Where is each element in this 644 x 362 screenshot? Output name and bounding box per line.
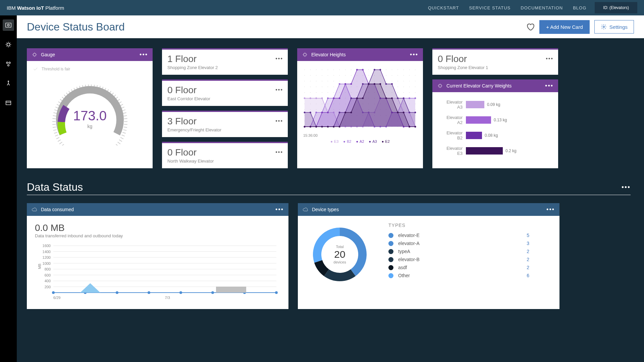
gauge-unit: kg bbox=[87, 124, 92, 129]
brand-suffix: Platform bbox=[44, 5, 64, 11]
cloud-icon bbox=[303, 206, 309, 213]
type-row[interactable]: elevator-A 3 bbox=[388, 239, 549, 247]
types-header: TYPES bbox=[388, 223, 549, 228]
floor-value: 0 Floor bbox=[167, 85, 282, 96]
svg-point-259 bbox=[404, 75, 404, 75]
type-row[interactable]: elevator-B 2 bbox=[388, 255, 549, 263]
svg-point-84 bbox=[310, 81, 311, 81]
svg-point-409 bbox=[52, 291, 55, 294]
svg-point-281 bbox=[415, 75, 415, 75]
svg-line-17 bbox=[53, 130, 56, 130]
svg-point-150 bbox=[345, 81, 345, 81]
type-count: 6 bbox=[527, 273, 529, 278]
card-menu[interactable]: ••• bbox=[275, 56, 283, 62]
nav-boards-icon[interactable] bbox=[3, 19, 14, 31]
svg-line-68 bbox=[116, 144, 118, 145]
floor-card[interactable]: 0 Floor North Walkway Elevator ••• bbox=[162, 142, 288, 168]
svg-text:7/3: 7/3 bbox=[165, 296, 170, 300]
device-types-menu[interactable]: ••• bbox=[546, 206, 555, 213]
svg-point-226 bbox=[386, 75, 386, 75]
elevator-heights-menu[interactable]: ••• bbox=[410, 51, 418, 58]
donut-total-sub: devices bbox=[333, 260, 346, 264]
svg-point-370 bbox=[415, 112, 416, 113]
type-row[interactable]: asdf 2 bbox=[388, 263, 549, 272]
nav-service-status[interactable]: SERVICE STATUS bbox=[469, 5, 511, 10]
svg-point-194 bbox=[368, 81, 369, 81]
svg-point-381 bbox=[362, 98, 364, 99]
data-consumed-title: Data consumed bbox=[41, 207, 74, 212]
card-menu[interactable]: ••• bbox=[546, 56, 553, 62]
nav-usage-icon[interactable] bbox=[3, 97, 14, 109]
svg-point-75 bbox=[304, 92, 305, 93]
svg-text:200: 200 bbox=[45, 285, 51, 289]
nav-documentation[interactable]: DOCUMENTATION bbox=[521, 5, 563, 10]
floor-card-right[interactable]: 0 Floor Shopping Zone Elevator 1 ••• bbox=[432, 48, 558, 75]
data-status-menu[interactable]: ••• bbox=[622, 183, 631, 191]
svg-line-18 bbox=[53, 127, 56, 127]
svg-line-62 bbox=[123, 130, 126, 130]
carry-row: Elevator E3 0.2 kg bbox=[440, 146, 550, 156]
card-menu[interactable]: ••• bbox=[275, 87, 283, 93]
type-name: elevator-B bbox=[398, 257, 420, 262]
floor-value: 0 Floor bbox=[438, 54, 553, 64]
svg-line-54 bbox=[121, 107, 124, 108]
favorite-icon[interactable] bbox=[526, 22, 535, 31]
chip-icon bbox=[32, 52, 38, 58]
floor-sub: Shopping Zone Elevator 2 bbox=[167, 65, 282, 70]
nav-apps-icon[interactable] bbox=[3, 78, 14, 89]
svg-point-93 bbox=[316, 69, 316, 70]
right-column: 0 Floor Shopping Zone Elevator 1 ••• Cur… bbox=[432, 48, 558, 168]
svg-point-363 bbox=[374, 69, 375, 71]
svg-point-377 bbox=[339, 126, 340, 128]
svg-point-74 bbox=[304, 86, 305, 87]
floor-sub: North Walkway Elevator bbox=[167, 159, 282, 164]
svg-point-260 bbox=[404, 81, 404, 81]
type-row[interactable]: elevator-E 5 bbox=[388, 231, 549, 239]
carry-row: Elevator A2 0.13 kg bbox=[440, 115, 550, 125]
type-row[interactable]: typeA 2 bbox=[388, 247, 549, 255]
card-menu[interactable]: ••• bbox=[275, 118, 283, 124]
donut-total-value: 20 bbox=[334, 249, 345, 260]
nav-blog[interactable]: BLOG bbox=[573, 5, 586, 10]
svg-point-272 bbox=[409, 86, 410, 87]
type-name: typeA bbox=[398, 249, 410, 254]
svg-point-389 bbox=[409, 126, 410, 128]
carry-weights-menu[interactable]: ••• bbox=[545, 82, 553, 89]
nav-devices-icon[interactable] bbox=[3, 39, 14, 50]
add-new-card-button[interactable]: + Add New Card bbox=[539, 20, 590, 34]
type-name: elevator-A bbox=[398, 241, 420, 246]
carry-weights-card: Current Elevator Carry Weights ••• Eleva… bbox=[432, 79, 558, 168]
type-count: 5 bbox=[527, 233, 529, 238]
type-count: 3 bbox=[527, 241, 529, 246]
svg-point-237 bbox=[392, 75, 392, 75]
floor-card[interactable]: 0 Floor East Corridor Elevator ••• bbox=[162, 79, 288, 106]
svg-point-313 bbox=[315, 112, 317, 113]
nav-quickstart[interactable]: QUICKSTART bbox=[428, 5, 459, 10]
carry-value: 0.2 kg bbox=[505, 148, 517, 153]
svg-point-269 bbox=[409, 69, 410, 70]
svg-point-371 bbox=[304, 126, 306, 128]
svg-text:1600: 1600 bbox=[43, 244, 51, 248]
svg-point-339 bbox=[350, 83, 352, 85]
type-name: elevator-E bbox=[398, 233, 420, 238]
type-row[interactable]: Other 6 bbox=[388, 272, 549, 280]
nav-members-icon[interactable] bbox=[3, 58, 14, 70]
gauge-card-menu[interactable]: ••• bbox=[140, 51, 148, 58]
svg-point-386 bbox=[391, 98, 393, 99]
floor-card[interactable]: 1 Floor Shopping Zone Elevator 2 ••• bbox=[162, 48, 288, 75]
legend-item: B2 bbox=[343, 139, 351, 143]
data-consumed-menu[interactable]: ••• bbox=[275, 206, 284, 213]
svg-point-372 bbox=[310, 126, 311, 128]
org-id-badge[interactable]: ID: (Elevators) bbox=[595, 2, 637, 13]
settings-button[interactable]: Settings bbox=[594, 20, 634, 34]
type-count: 2 bbox=[527, 249, 529, 254]
svg-text:800: 800 bbox=[45, 267, 51, 271]
svg-point-126 bbox=[333, 69, 334, 70]
svg-point-317 bbox=[339, 83, 340, 85]
svg-point-416 bbox=[275, 291, 278, 294]
carry-value: 0.13 kg bbox=[494, 118, 507, 122]
svg-rect-419 bbox=[216, 287, 246, 293]
svg-line-57 bbox=[123, 116, 127, 116]
floor-card[interactable]: 3 Floor Emergency/Frieght Elevator ••• bbox=[162, 111, 288, 137]
card-menu[interactable]: ••• bbox=[275, 149, 283, 155]
